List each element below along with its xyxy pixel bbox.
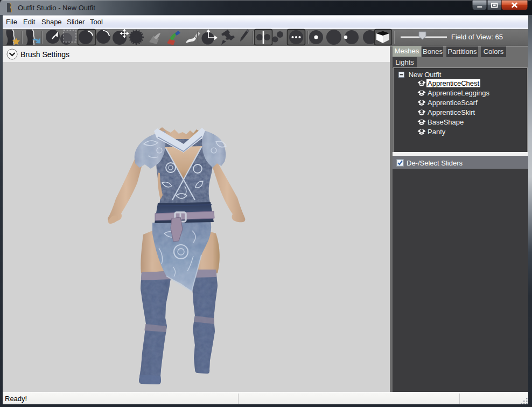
svg-text:Field of View: 65: Field of View: 65 (451, 33, 503, 41)
